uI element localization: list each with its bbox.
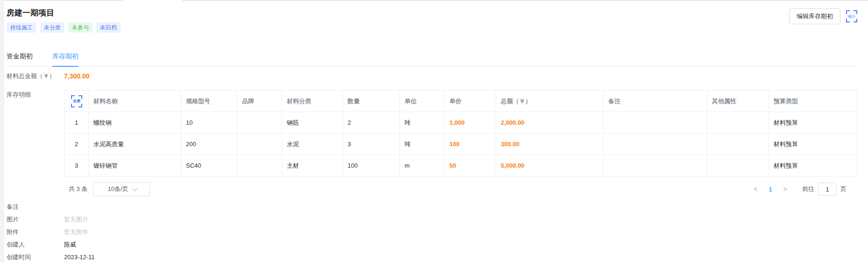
cell-qty: 2 <box>343 112 400 134</box>
cell-budget: 材料预算 <box>769 112 857 134</box>
col-header-material-name: 材料名称 <box>89 91 181 112</box>
meta-details: 备注 图片 暂无图片 附件 暂无附件 创建人 陈威 创建时间 2023-12-1… <box>7 202 868 262</box>
header-actions: 编辑库存期初 缩小 <box>789 8 858 24</box>
detail-value-create-time: 2023-12-11 <box>64 253 95 262</box>
inventory-table-body: 1螺纹钢10钢筋2吨1,0002,000.00材料预算2水泥高质量200水泥3吨… <box>64 112 857 177</box>
material-total-row: 材料总金额（￥） 7,300.00 <box>7 71 868 81</box>
detail-value-no-attachment: 暂无附件 <box>64 227 88 237</box>
detail-row-image: 图片 暂无图片 <box>7 215 868 224</box>
cell-brand <box>237 112 282 134</box>
page-title: 房建一期项目 <box>7 7 868 19</box>
inventory-table-header-row: 全屏 材料名称 规格型号 品牌 材料分类 数量 单位 单价 总额（￥） 备注 其… <box>64 91 857 112</box>
detail-row-remark: 备注 <box>7 202 868 211</box>
pagination-total: 共 3 条 <box>69 185 87 193</box>
goto-page-suffix: 页 <box>840 185 847 193</box>
detail-label: 图片 <box>7 215 64 224</box>
tab-initial-inventory[interactable]: 库存期初 <box>52 46 78 66</box>
goto-label: 前往 <box>802 185 814 193</box>
status-tag-unclassified: 未分类 <box>40 22 64 33</box>
cell-index: 1 <box>64 112 89 134</box>
cell-other <box>707 155 769 177</box>
edit-inventory-button[interactable]: 编辑库存期初 <box>789 8 840 24</box>
cell-other <box>707 112 769 134</box>
goto-page-input[interactable] <box>818 183 837 196</box>
cell-price: 100 <box>445 134 496 155</box>
cell-total: 300.00 <box>496 134 604 155</box>
pagination-right: < 1 > 前往 页 <box>752 183 847 196</box>
col-header-budget-type: 预算类型 <box>769 91 857 112</box>
next-page-icon[interactable]: > <box>782 185 789 193</box>
status-tag-row: 持续施工 未分类 未参与 未归档 <box>7 22 868 33</box>
table-row: 1螺纹钢10钢筋2吨1,0002,000.00材料预算 <box>64 112 857 134</box>
prev-page-icon[interactable]: < <box>752 185 759 193</box>
fullscreen-header-cell: 全屏 <box>64 91 89 112</box>
cell-name: 螺纹钢 <box>89 112 181 134</box>
inventory-table-wrap: 全屏 材料名称 规格型号 品牌 材料分类 数量 单位 单价 总额（￥） 备注 其… <box>64 90 857 198</box>
chevron-down-icon <box>132 186 137 191</box>
collapse-icon-label: 缩小 <box>848 14 856 18</box>
cell-index: 3 <box>64 155 89 177</box>
detail-row-create-time: 创建时间 2023-12-11 <box>7 253 868 262</box>
tab-initial-funds[interactable]: 资金期初 <box>7 46 33 66</box>
inventory-detail-row: 库存明细 全屏 材料名称 <box>7 90 868 198</box>
col-header-category: 材料分类 <box>282 91 343 112</box>
table-row: 3镀锌钢管SC40主材100m505,000.00材料预算 <box>64 155 857 177</box>
cell-qty: 3 <box>343 134 400 155</box>
material-total-label: 材料总金额（￥） <box>7 71 64 81</box>
fullscreen-icon[interactable]: 全屏 <box>70 95 83 107</box>
cell-total: 2,000.00 <box>496 112 604 134</box>
cell-remark <box>604 134 707 155</box>
cell-budget: 材料预算 <box>769 155 857 177</box>
cell-price: 50 <box>445 155 496 177</box>
tab-bar: 资金期初 库存期初 <box>7 46 857 67</box>
cell-category: 钢筋 <box>282 112 343 134</box>
cell-brand <box>237 155 282 177</box>
cell-qty: 100 <box>343 155 400 177</box>
detail-label: 附件 <box>7 227 64 237</box>
col-header-unit-price: 单价 <box>445 91 496 112</box>
col-header-other-attrs: 其他属性 <box>707 91 769 112</box>
cell-unit: m <box>400 155 445 177</box>
status-tag-construction: 持续施工 <box>7 22 36 33</box>
detail-value-creator: 陈威 <box>64 240 76 249</box>
page-size-value: 10条/页 <box>107 185 128 193</box>
cell-category: 主材 <box>282 155 343 177</box>
inventory-table: 全屏 材料名称 规格型号 品牌 材料分类 数量 单位 单价 总额（￥） 备注 其… <box>64 90 857 177</box>
cell-spec: SC40 <box>181 155 237 177</box>
table-row: 2水泥高质量200水泥3吨100300.00材料预算 <box>64 134 857 155</box>
collapse-icon[interactable]: 缩小 <box>845 10 858 22</box>
cell-budget: 材料预算 <box>769 134 857 155</box>
pagination-left: 共 3 条 10条/页 <box>64 182 150 196</box>
col-header-unit: 单位 <box>400 91 445 112</box>
detail-label: 备注 <box>7 202 64 212</box>
page-size-select[interactable]: 10条/页 <box>93 182 150 196</box>
status-tag-not-joined: 未参与 <box>68 22 92 33</box>
page-left-gutter <box>0 0 4 262</box>
col-header-quantity: 数量 <box>343 91 400 112</box>
status-tag-unarchived: 未归档 <box>96 22 121 33</box>
cell-other <box>707 134 769 155</box>
inventory-detail-label: 库存明细 <box>7 90 64 99</box>
goto-page-group: 前往 页 <box>802 183 847 196</box>
cell-category: 水泥 <box>282 134 343 155</box>
current-page-number[interactable]: 1 <box>766 186 775 193</box>
cell-index: 2 <box>64 134 89 155</box>
cell-brand <box>237 134 282 155</box>
project-detail-panel: 房建一期项目 持续施工 未分类 未参与 未归档 编辑库存期初 缩小 资金期初 库… <box>4 0 868 262</box>
detail-row-creator: 创建人 陈威 <box>7 240 868 249</box>
detail-value-no-image: 暂无图片 <box>64 215 88 224</box>
cell-name: 镀锌钢管 <box>89 155 181 177</box>
col-header-total: 总额（￥） <box>496 91 604 112</box>
cell-total: 5,000.00 <box>496 155 604 177</box>
cell-remark <box>604 112 707 134</box>
detail-row-attachment: 附件 暂无附件 <box>7 227 868 236</box>
cell-spec: 10 <box>181 112 237 134</box>
col-header-brand: 品牌 <box>237 91 282 112</box>
cell-unit: 吨 <box>400 112 445 134</box>
cell-remark <box>604 155 707 177</box>
cell-unit: 吨 <box>400 134 445 155</box>
col-header-remark: 备注 <box>604 91 707 112</box>
detail-label: 创建人 <box>7 240 64 249</box>
cell-name: 水泥高质量 <box>89 134 181 155</box>
pagination-bar: 共 3 条 10条/页 < 1 > 前往 页 <box>64 181 847 198</box>
